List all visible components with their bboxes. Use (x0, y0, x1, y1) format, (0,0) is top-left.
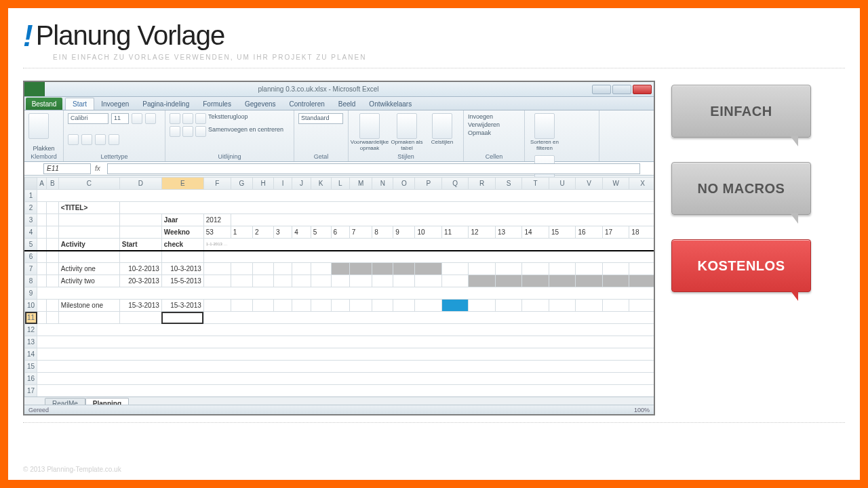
col-W[interactable]: W (602, 178, 629, 190)
col-L[interactable]: L (331, 178, 349, 190)
cell-jaar-val[interactable]: 2012 (203, 214, 231, 226)
page-header: ! Planung Vorlage (23, 20, 845, 51)
tab-gegevens[interactable]: Gegevens (238, 98, 283, 110)
act2-start[interactable]: 20-3-2013 (119, 275, 161, 287)
page-title: Planung Vorlage (36, 20, 225, 51)
bubble-einfach[interactable]: EINFACH (671, 85, 811, 138)
col-H[interactable]: H (253, 178, 274, 190)
tab-ontwikkelaars[interactable]: Ontwikkelaars (362, 98, 418, 110)
act2-name[interactable]: Activity two (58, 275, 119, 287)
merge-center[interactable]: Samenvoegen en centreren (208, 126, 283, 137)
col-V[interactable]: V (576, 178, 602, 190)
col-P[interactable]: P (415, 178, 441, 190)
cells-delete[interactable]: Verwijderen (468, 121, 500, 128)
act2-end[interactable]: 15-5-2013 (161, 275, 203, 287)
fmt-table-icon[interactable] (397, 113, 417, 139)
col-O[interactable]: O (393, 178, 415, 190)
bubble-nomacros[interactable]: NO MACROS (671, 162, 811, 215)
col-S[interactable]: S (495, 178, 521, 190)
col-T[interactable]: T (522, 178, 549, 190)
underline-button[interactable] (68, 134, 79, 145)
zoom-level[interactable]: 100% (634, 407, 650, 413)
col-D[interactable]: D (119, 178, 161, 190)
excel-window: planning 0.3.co.uk.xlsx - Microsoft Exce… (23, 81, 655, 415)
hdr-start[interactable]: Start (119, 239, 161, 251)
act1-end[interactable]: 10-3-2013 (161, 263, 203, 275)
ms1-end[interactable]: 15-3-2013 (161, 300, 203, 312)
tab-beeld[interactable]: Beeld (332, 98, 363, 110)
act1-start[interactable]: 10-2-2013 (119, 263, 161, 275)
align-btn[interactable] (195, 113, 206, 124)
italic-button[interactable] (145, 113, 156, 124)
col-U[interactable]: U (549, 178, 575, 190)
maximize-button[interactable] (612, 85, 631, 94)
cell-styles-icon[interactable] (432, 113, 452, 139)
cell-weekno-lbl[interactable]: Weekno (161, 226, 203, 239)
sort-icon[interactable] (534, 113, 555, 139)
speech-tail-icon (790, 213, 798, 224)
col-C[interactable]: C (58, 178, 119, 190)
col-Q[interactable]: Q (441, 178, 468, 190)
fill-button[interactable] (95, 134, 106, 145)
cond-fmt-icon[interactable] (359, 113, 380, 139)
ms1-start[interactable]: 15-3-2013 (119, 300, 161, 312)
tab-formules[interactable]: Formules (196, 98, 238, 110)
minimize-button[interactable] (592, 85, 611, 94)
cells-insert[interactable]: Invoegen (468, 113, 493, 120)
cell-jaar-lbl[interactable]: Jaar (161, 214, 203, 226)
col-A[interactable]: A (37, 178, 47, 190)
col-F[interactable]: F (203, 178, 231, 190)
sidebar: EINFACH NO MACROS KOSTENLOS (671, 85, 811, 415)
paste-icon[interactable] (28, 113, 49, 139)
paste-label: Plakken (28, 145, 59, 152)
hdr-end-check[interactable]: check (161, 239, 203, 251)
size-select[interactable]: 11 (111, 113, 129, 124)
tab-invoegen[interactable]: Invoegen (94, 98, 136, 110)
close-button[interactable] (633, 85, 652, 94)
logo-bang-icon: ! (23, 21, 33, 51)
status-bar: Gereed 100% (24, 405, 654, 414)
align-btn[interactable] (170, 126, 180, 137)
selected-cell-E11[interactable] (161, 312, 203, 324)
col-N[interactable]: N (372, 178, 393, 190)
fx-icon[interactable]: fx (95, 165, 107, 172)
col-X[interactable]: X (629, 178, 654, 190)
formula-input[interactable] (107, 163, 640, 174)
ms1-name[interactable]: Milestone one (58, 300, 119, 312)
border-button[interactable] (81, 134, 92, 145)
spreadsheet-grid[interactable]: A B C D E F GHIJKLMNOPQRSTUVWXYZ 1 2<TIT… (24, 177, 654, 401)
select-all-corner[interactable] (25, 178, 37, 190)
tab-controleren[interactable]: Controleren (283, 98, 332, 110)
tab-start[interactable]: Start (65, 98, 94, 110)
font-select[interactable]: Calibri (68, 113, 108, 124)
col-M[interactable]: M (349, 178, 372, 190)
align-btn[interactable] (182, 126, 193, 137)
formula-bar: E11 fx (24, 162, 654, 176)
col-B[interactable]: B (46, 178, 58, 190)
status-text: Gereed (28, 407, 49, 413)
act1-name[interactable]: Activity one (58, 263, 119, 275)
col-J[interactable]: J (292, 178, 311, 190)
group-uitlijning: Uitlijning (170, 152, 290, 160)
col-G[interactable]: G (231, 178, 252, 190)
col-I[interactable]: I (274, 178, 292, 190)
align-btn[interactable] (195, 126, 206, 137)
hdr-activity[interactable]: Activity (58, 239, 119, 251)
wrap-text[interactable]: Tekstterugloop (208, 113, 248, 124)
cells-format[interactable]: Opmaak (468, 129, 491, 136)
cell-titel[interactable]: <TITEL> (58, 202, 119, 214)
col-R[interactable]: R (469, 178, 495, 190)
align-btn[interactable] (170, 113, 180, 124)
cell-wk53[interactable]: 53 (203, 226, 231, 239)
file-tab[interactable]: Bestand (26, 98, 62, 110)
align-btn[interactable] (182, 113, 193, 124)
bold-button[interactable] (132, 113, 142, 124)
name-box[interactable]: E11 (43, 163, 91, 174)
col-K[interactable]: K (311, 178, 331, 190)
font-color-button[interactable] (108, 134, 119, 145)
bubble-kostenlos[interactable]: KOSTENLOS (671, 239, 811, 292)
col-E[interactable]: E (161, 178, 203, 190)
number-format[interactable]: Standaard (298, 113, 343, 124)
tab-pagina[interactable]: Pagina-indeling (136, 98, 196, 110)
speech-tail-icon (790, 290, 798, 301)
